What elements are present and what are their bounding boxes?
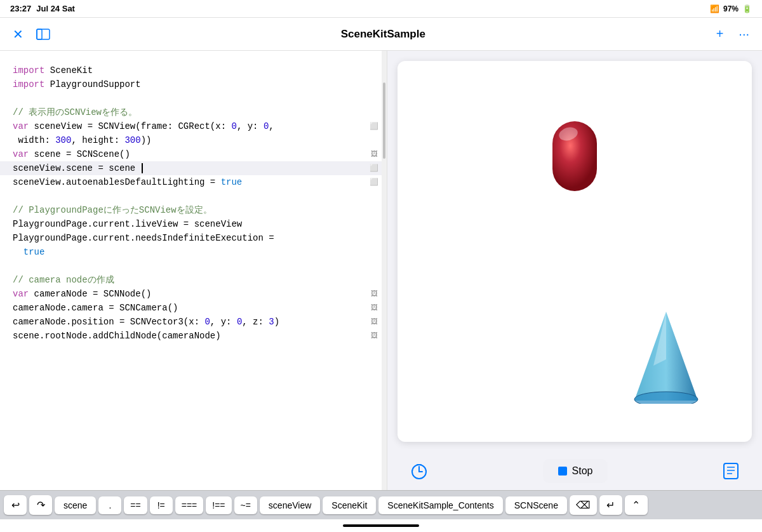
code-line-15: [0, 259, 387, 273]
line-icon-11: [366, 203, 382, 217]
autocomplete-contents-button[interactable]: SceneKitSample_Contents: [378, 496, 502, 514]
code-line-6: width: 300, height: 300)): [0, 133, 387, 147]
code-line-14: true: [0, 245, 387, 259]
status-bar: 23:27 Jul 24 Sat 📶 97% 🔋: [0, 0, 762, 18]
line-icon-2: [366, 77, 382, 91]
code-line-9: sceneView.autoenablesDefaultLighting = t…: [0, 175, 387, 189]
autocomplete-sceneview-button[interactable]: sceneView: [260, 496, 320, 514]
add-button[interactable]: +: [714, 24, 726, 44]
line-icon-8: ⬜: [366, 161, 382, 175]
status-bar-left: 23:27 Jul 24 Sat: [10, 4, 75, 13]
code-line-2: import PlaygroundSupport: [0, 77, 387, 91]
code-line-20: scene.rootNode.addChildNode(cameraNode) …: [0, 329, 387, 343]
undo-button[interactable]: ↩: [4, 495, 27, 515]
more-icon: ···: [739, 27, 749, 41]
code-line-10: [0, 189, 387, 203]
main-content: import SceneKit import PlaygroundSupport…: [0, 51, 762, 490]
scrollbar[interactable]: [382, 51, 387, 490]
toolbar-title: SceneKitSample: [53, 28, 714, 41]
close-button[interactable]: ✕: [10, 24, 26, 44]
eq-eq-button[interactable]: ==: [124, 496, 147, 514]
autocomplete-scnscene-button[interactable]: SCNScene: [505, 496, 567, 514]
keyboard-toolbar: ↩ ↷ scene . == != === !== ~= sceneView S…: [0, 490, 762, 519]
line-icon-16: [366, 273, 382, 287]
timer-button[interactable]: [410, 462, 428, 480]
sidebar-toggle-button[interactable]: [34, 26, 53, 43]
code-line-12: PlaygroundPage.current.liveView = sceneV…: [0, 217, 387, 231]
chevron-up-button[interactable]: ⌃: [625, 495, 648, 515]
svg-rect-1: [37, 29, 50, 39]
close-icon: ✕: [13, 27, 23, 42]
neqeq-button[interactable]: !==: [206, 496, 231, 514]
dot-button[interactable]: .: [98, 496, 121, 514]
neq-button[interactable]: !=: [150, 496, 173, 514]
line-icon-20: 🖼: [366, 329, 382, 343]
autocomplete-scenekit-button[interactable]: SceneKit: [323, 496, 376, 514]
return-button[interactable]: ↵: [599, 495, 622, 515]
status-bar-right: 📶 97% 🔋: [710, 4, 752, 13]
note-button[interactable]: [723, 462, 739, 480]
code-line-18: cameraNode.camera = SCNCamera() 🖼: [0, 301, 387, 315]
stop-button[interactable]: Stop: [543, 459, 608, 483]
code-line-17: var cameraNode = SCNNode() 🖼: [0, 287, 387, 301]
code-line-8: sceneView.scene = scene ⬜: [0, 161, 387, 175]
cone-shape: [631, 309, 701, 404]
toolbar-left: ✕: [10, 24, 53, 44]
line-icon-19: 🖼: [366, 315, 382, 329]
code-line-4: // 表示用のSCNViewを作る。: [0, 105, 387, 119]
line-icon-1: [366, 63, 382, 77]
line-icon-5: ⬜: [366, 119, 382, 133]
redo-button[interactable]: ↷: [29, 495, 52, 515]
autocomplete-scene-button[interactable]: scene: [55, 496, 96, 514]
battery-percent: 97%: [723, 4, 739, 13]
stop-icon: [558, 467, 567, 475]
line-icon-6: [366, 133, 382, 147]
home-bar: [343, 524, 419, 527]
capsule-shape: [543, 112, 606, 201]
toolbar-right: + ···: [714, 24, 752, 44]
battery-icon: 🔋: [742, 4, 752, 13]
line-icon-7: 🖼: [366, 147, 382, 161]
time: 23:27: [10, 4, 31, 13]
svg-rect-12: [724, 463, 738, 479]
sidebar-icon: [36, 29, 50, 40]
line-icon-17: 🖼: [366, 287, 382, 301]
add-icon: +: [716, 27, 724, 41]
eqeqeq-button[interactable]: ===: [175, 496, 204, 514]
stop-label: Stop: [572, 465, 593, 477]
code-line-11: // PlaygroundPageに作ったSCNViewを設定。: [0, 203, 387, 217]
line-icon-18: 🖼: [366, 301, 382, 315]
code-line-1: import SceneKit: [0, 63, 387, 77]
line-icon-12: [366, 217, 382, 231]
title-text: SceneKitSample: [341, 28, 425, 40]
line-icon-14: [366, 245, 382, 259]
toolbar: ✕ SceneKitSample + ···: [0, 18, 762, 51]
line-icon-4: [366, 105, 382, 119]
backspace-button[interactable]: ⌫: [570, 495, 597, 515]
preview-canvas: [398, 61, 752, 442]
code-line-5: var sceneView = SCNView(frame: CGRect(x:…: [0, 119, 387, 133]
preview-panel: Stop: [387, 51, 762, 490]
home-indicator: [0, 519, 762, 532]
tilde-eq-button[interactable]: ~=: [234, 496, 257, 514]
svg-marker-5: [653, 312, 666, 366]
date: Jul 24 Sat: [36, 4, 75, 13]
code-line-7: var scene = SCNScene() 🖼: [0, 147, 387, 161]
preview-controls: Stop: [398, 452, 752, 490]
more-button[interactable]: ···: [736, 24, 752, 44]
code-line-16: // camera nodeの作成: [0, 273, 387, 287]
line-icon-9: ⬜: [366, 175, 382, 189]
code-line-3: [0, 91, 387, 105]
svg-rect-0: [37, 29, 42, 39]
scrollbar-thumb: [383, 83, 385, 159]
timer-icon: [410, 462, 428, 480]
line-icon-13: [366, 231, 382, 245]
code-editor[interactable]: import SceneKit import PlaygroundSupport…: [0, 51, 387, 490]
code-line-19: cameraNode.position = SCNVector3(x: 0, y…: [0, 315, 387, 329]
wifi-icon: 📶: [710, 4, 719, 13]
note-icon: [723, 462, 739, 480]
code-line-13: PlaygroundPage.current.needsIndefiniteEx…: [0, 231, 387, 245]
